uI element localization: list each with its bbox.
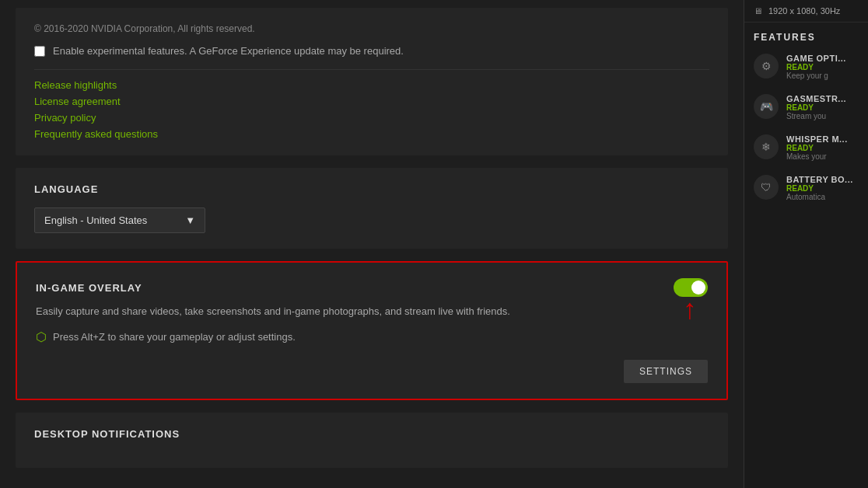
feature-desc-game-optimizer: Keep your g (786, 71, 859, 80)
info-section: © 2016-2020 NVIDIA Corporation, All righ… (16, 8, 728, 155)
feature-name-whisper: WHISPER M... (786, 134, 859, 144)
feature-status-whisper: READY (786, 144, 859, 152)
overlay-header: IN-GAME OVERLAY (36, 278, 708, 297)
resolution-text: 1920 x 1080, 30Hz (768, 6, 840, 16)
desktop-notifications-title: DESKTOP NOTIFICATIONS (34, 428, 709, 440)
privacy-policy-link[interactable]: Privacy policy (34, 112, 709, 124)
overlay-section: IN-GAME OVERLAY ↑ Easily capture and sha… (16, 261, 728, 400)
feature-icon-wrap-battery: 🛡 (754, 175, 779, 200)
overlay-title: IN-GAME OVERLAY (36, 282, 142, 294)
feature-name-gamestream: GASMESTR... (786, 94, 859, 103)
gamestream-icon: 🎮 (760, 100, 773, 113)
feature-status-gamestream: READY (786, 103, 859, 112)
copyright-text: © 2016-2020 NVIDIA Corporation, All righ… (34, 23, 709, 34)
feature-desc-battery: Automatica (786, 193, 859, 201)
feature-status-game-optimizer: READY (786, 63, 859, 71)
whisper-mode-icon: ❄ (761, 141, 771, 153)
feature-info-whisper: WHISPER M... READY Makes your (786, 134, 859, 161)
features-panel: FEATURES ⚙ GAME OPTI... READY Keep your … (744, 23, 868, 225)
battery-boost-icon: 🛡 (761, 181, 772, 193)
feature-status-battery: READY (786, 184, 859, 193)
feature-desc-gamestream: Stream you (786, 112, 859, 120)
language-section: LANGUAGE English - United States ▼ (16, 168, 728, 249)
language-title: LANGUAGE (34, 183, 709, 195)
section-divider (34, 69, 709, 70)
release-highlights-link[interactable]: Release highlights (34, 79, 709, 91)
feature-info-gamestream: GASMESTR... READY Stream you (786, 94, 859, 120)
feature-item-battery-boost[interactable]: 🛡 BATTERY BO... READY Automatica (754, 175, 859, 201)
faq-link[interactable]: Frequently asked questions (34, 128, 709, 140)
experimental-features-label: Enable experimental features. A GeForce … (53, 45, 404, 57)
game-optimizer-icon: ⚙ (761, 60, 772, 72)
experimental-features-row[interactable]: Enable experimental features. A GeForce … (34, 45, 709, 57)
license-agreement-link[interactable]: License agreement (34, 96, 709, 107)
feature-item-whisper-mode[interactable]: ❄ WHISPER M... READY Makes your (754, 134, 859, 161)
resolution-row: 🖥 1920 x 1080, 30Hz (744, 0, 868, 23)
links-section: Release highlights License agreement Pri… (34, 79, 709, 140)
feature-icon-wrap-whisper: ❄ (754, 134, 779, 159)
feature-icon-wrap-gamestream: 🎮 (754, 94, 779, 119)
overlay-description: Easily capture and share videos, take sc… (36, 305, 708, 319)
hint-text: Press Alt+Z to share your gameplay or ad… (53, 331, 296, 343)
feature-name-game-optimizer: GAME OPTI... (786, 54, 859, 63)
monitor-icon: 🖥 (754, 6, 762, 16)
feature-desc-whisper: Makes your (786, 152, 859, 161)
language-selected: English - United States (44, 214, 147, 226)
main-content: © 2016-2020 NVIDIA Corporation, All righ… (0, 0, 744, 488)
share-icon: ⬡ (36, 329, 47, 344)
right-panel: 🖥 1920 x 1080, 30Hz FEATURES ⚙ GAME OPTI… (744, 0, 868, 488)
feature-info-game-optimizer: GAME OPTI... READY Keep your g (786, 54, 859, 80)
feature-info-battery: BATTERY BO... READY Automatica (786, 175, 859, 201)
overlay-hint: ⬡ Press Alt+Z to share your gameplay or … (36, 329, 708, 344)
experimental-features-checkbox[interactable] (34, 46, 45, 57)
red-arrow-indicator: ↑ (683, 295, 697, 323)
feature-item-gamestream[interactable]: 🎮 GASMESTR... READY Stream you (754, 94, 859, 120)
settings-button[interactable]: SETTINGS (624, 360, 708, 383)
features-title: FEATURES (754, 32, 859, 43)
language-dropdown[interactable]: English - United States ▼ (34, 207, 205, 233)
feature-item-game-optimizer[interactable]: ⚙ GAME OPTI... READY Keep your g (754, 54, 859, 80)
feature-name-battery: BATTERY BO... (786, 175, 859, 184)
feature-icon-wrap-game-optimizer: ⚙ (754, 54, 779, 78)
desktop-notifications-section: DESKTOP NOTIFICATIONS (16, 413, 728, 468)
dropdown-arrow-icon: ▼ (185, 214, 195, 226)
